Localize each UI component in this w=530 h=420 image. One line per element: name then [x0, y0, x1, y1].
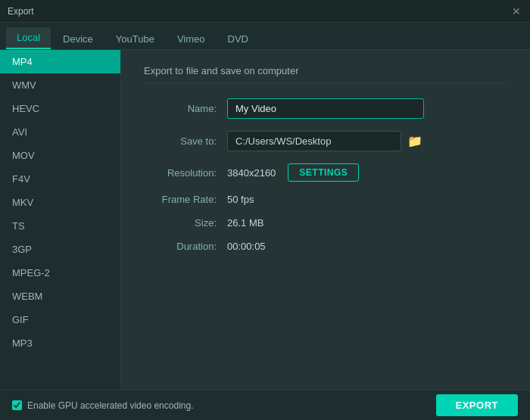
sidebar-item-webm[interactable]: WEBM [0, 285, 120, 308]
settings-button[interactable]: SETTINGS [288, 163, 359, 182]
main-container: MP4 WMV HEVC AVI MOV F4V MKV TS 3GP MPEG… [0, 50, 530, 390]
sidebar-item-mp3[interactable]: MP3 [0, 331, 120, 355]
sidebar-item-mkv[interactable]: MKV [0, 191, 120, 214]
gpu-text: Enable GPU accelerated video encoding. [27, 400, 193, 411]
name-label: Name: [144, 103, 227, 114]
sidebar-item-ts[interactable]: TS [0, 214, 120, 238]
format-sidebar: MP4 WMV HEVC AVI MOV F4V MKV TS 3GP MPEG… [0, 50, 121, 390]
resolution-row: Resolution: 3840x2160 SETTINGS [144, 163, 507, 182]
close-button[interactable]: ✕ [510, 5, 522, 17]
frame-rate-label: Frame Rate: [144, 194, 227, 205]
tab-youtube[interactable]: YouTube [105, 29, 165, 49]
title-bar: Export ✕ [0, 0, 530, 23]
frame-rate-row: Frame Rate: 50 fps [144, 194, 507, 205]
sidebar-item-mp4[interactable]: MP4 [0, 50, 120, 73]
export-button[interactable]: EXPORT [436, 394, 518, 416]
duration-label: Duration: [144, 241, 227, 252]
frame-rate-value: 50 fps [227, 194, 254, 205]
gpu-checkbox[interactable] [12, 400, 22, 410]
sidebar-item-avi[interactable]: AVI [0, 120, 120, 144]
sidebar-item-mov[interactable]: MOV [0, 144, 120, 167]
tab-vimeo[interactable]: Vimeo [167, 29, 216, 49]
gpu-label[interactable]: Enable GPU accelerated video encoding. [12, 400, 193, 411]
sidebar-item-hevc[interactable]: HEVC [0, 97, 120, 120]
save-to-path: C:/Users/WS/Desktop [227, 131, 401, 151]
sidebar-item-gif[interactable]: GIF [0, 308, 120, 331]
section-title: Export to file and save on computer [144, 65, 507, 83]
resolution-value: 3840x2160 [227, 167, 276, 179]
size-value: 26.1 MB [227, 217, 263, 229]
save-to-label: Save to: [144, 135, 227, 147]
resolution-label: Resolution: [144, 167, 227, 179]
duration-value: 00:00:05 [227, 241, 266, 252]
tab-local[interactable]: Local [6, 27, 51, 49]
sidebar-item-wmv[interactable]: WMV [0, 73, 120, 97]
duration-row: Duration: 00:00:05 [144, 241, 507, 252]
save-to-row: Save to: C:/Users/WS/Desktop 📁 [144, 131, 507, 151]
tab-dvd[interactable]: DVD [217, 29, 259, 49]
size-label: Size: [144, 217, 227, 229]
folder-icon[interactable]: 📁 [407, 134, 422, 148]
bottom-bar: Enable GPU accelerated video encoding. E… [0, 390, 530, 420]
sidebar-item-mpeg2[interactable]: MPEG-2 [0, 261, 120, 285]
tab-bar: Local Device YouTube Vimeo DVD [0, 23, 530, 50]
name-row: Name: [144, 98, 507, 119]
save-to-container: C:/Users/WS/Desktop 📁 [227, 131, 422, 151]
window-title: Export [8, 6, 34, 17]
name-input[interactable] [227, 98, 424, 119]
resolution-container: 3840x2160 SETTINGS [227, 163, 359, 182]
export-content: Export to file and save on computer Name… [121, 50, 530, 390]
sidebar-item-f4v[interactable]: F4V [0, 167, 120, 191]
sidebar-item-3gp[interactable]: 3GP [0, 238, 120, 261]
size-row: Size: 26.1 MB [144, 217, 507, 229]
tab-device[interactable]: Device [52, 29, 104, 49]
